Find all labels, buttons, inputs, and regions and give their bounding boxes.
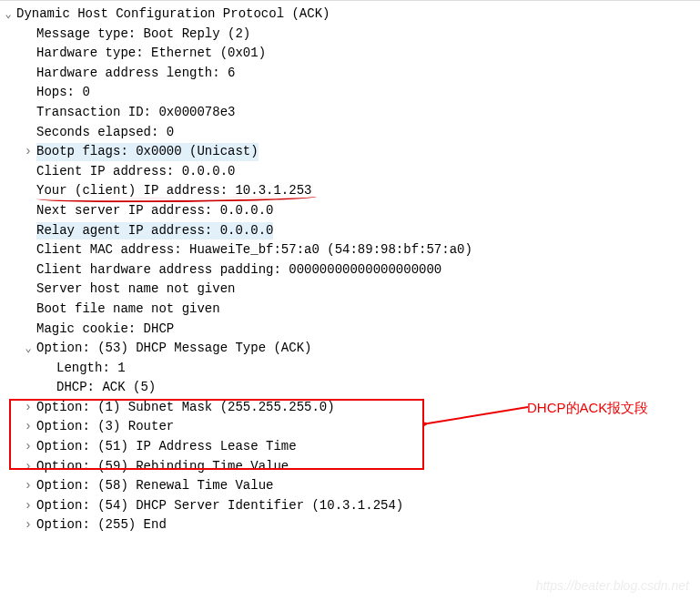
boot-file-label: Boot file name not given — [36, 300, 220, 319]
field-hw-addr-length[interactable]: Hardware address length: 6 — [0, 64, 700, 84]
option-54[interactable]: Option: (54) DHCP Server Identifier (10.… — [0, 496, 700, 516]
field-client-ip[interactable]: Client IP address: 0.0.0.0 — [0, 162, 700, 182]
hardware-type-label: Hardware type: Ethernet (0x01) — [36, 45, 266, 63]
option-53[interactable]: Option: (53) DHCP Message Type (ACK) — [0, 339, 700, 359]
option-51[interactable]: Option: (51) IP Address Lease Time — [0, 437, 700, 457]
option-59[interactable]: Option: (59) Rebinding Time Value — [0, 457, 700, 477]
relay-ip-label: Relay agent IP address: 0.0.0.0 — [36, 222, 273, 240]
next-server-label: Next server IP address: 0.0.0.0 — [36, 202, 273, 220]
field-magic-cookie[interactable]: Magic cookie: DHCP — [0, 320, 700, 340]
client-ip-label: Client IP address: 0.0.0.0 — [36, 163, 235, 181]
field-transaction-id[interactable]: Transaction ID: 0x000078e3 — [0, 103, 700, 123]
message-type-label: Message type: Boot Reply (2) — [36, 25, 250, 44]
hops-label: Hops: 0 — [36, 84, 90, 102]
field-relay-ip[interactable]: Relay agent IP address: 0.0.0.0 — [0, 221, 700, 241]
client-mac-label: Client MAC address: HuaweiTe_bf:57:a0 (5… — [36, 241, 472, 260]
field-client-mac[interactable]: Client MAC address: HuaweiTe_bf:57:a0 (5… — [0, 240, 700, 260]
option-255[interactable]: Option: (255) End — [0, 515, 700, 535]
field-padding[interactable]: Client hardware address padding: 0000000… — [0, 260, 700, 280]
field-boot-file[interactable]: Boot file name not given — [0, 300, 700, 320]
option-53-length-label: Length: 1 — [56, 360, 126, 378]
field-server-host[interactable]: Server host name not given — [0, 280, 700, 300]
option-58-label: Option: (58) Renewal Time Value — [36, 477, 273, 495]
chevron-right-icon[interactable] — [20, 438, 36, 456]
chevron-right-icon[interactable] — [20, 458, 36, 476]
root-dhcp[interactable]: Dynamic Host Configuration Protocol (ACK… — [0, 5, 700, 25]
hw-addr-len-label: Hardware address length: 6 — [36, 65, 235, 83]
padding-label: Client hardware address padding: 0000000… — [36, 261, 441, 280]
watermark: https://beater.blog.csdn.net — [536, 577, 689, 596]
bootp-flags-label: Bootp flags: 0x0000 (Unicast) — [36, 143, 259, 161]
field-next-server[interactable]: Next server IP address: 0.0.0.0 — [0, 201, 700, 221]
option-3-label: Option: (3) Router — [36, 418, 174, 436]
transaction-id-label: Transaction ID: 0x000078e3 — [36, 104, 235, 122]
chevron-right-icon[interactable] — [20, 399, 36, 417]
option-51-label: Option: (51) IP Address Lease Time — [36, 438, 297, 456]
option-1-label: Option: (1) Subnet Mask (255.255.255.0) — [36, 399, 335, 417]
chevron-right-icon[interactable] — [20, 516, 36, 535]
chevron-right-icon[interactable] — [20, 143, 36, 161]
root-label: Dynamic Host Configuration Protocol (ACK… — [16, 5, 330, 24]
magic-cookie-label: Magic cookie: DHCP — [36, 321, 174, 339]
chevron-down-icon[interactable] — [20, 341, 36, 357]
option-53-label: Option: (53) DHCP Message Type (ACK) — [36, 340, 311, 358]
chevron-right-icon[interactable] — [20, 418, 36, 436]
field-hops[interactable]: Hops: 0 — [0, 83, 700, 103]
field-hardware-type[interactable]: Hardware type: Ethernet (0x01) — [0, 44, 700, 64]
chevron-right-icon[interactable] — [20, 497, 36, 515]
option-1[interactable]: Option: (1) Subnet Mask (255.255.255.0) — [0, 398, 700, 418]
chevron-right-icon[interactable] — [20, 477, 36, 495]
option-58[interactable]: Option: (58) Renewal Time Value — [0, 476, 700, 496]
field-message-type[interactable]: Message type: Boot Reply (2) — [0, 25, 700, 45]
chevron-down-icon[interactable] — [0, 7, 16, 23]
your-ip-label: Your (client) IP address: 10.3.1.253 — [36, 182, 311, 200]
option-59-label: Option: (59) Rebinding Time Value — [36, 458, 289, 476]
field-seconds[interactable]: Seconds elapsed: 0 — [0, 123, 700, 143]
option-53-dhcp-label: DHCP: ACK (5) — [56, 379, 156, 397]
packet-tree: Dynamic Host Configuration Protocol (ACK… — [0, 1, 700, 539]
field-bootp-flags[interactable]: Bootp flags: 0x0000 (Unicast) — [0, 142, 700, 162]
seconds-label: Seconds elapsed: 0 — [36, 124, 174, 142]
option-3[interactable]: Option: (3) Router — [0, 417, 700, 437]
field-your-ip[interactable]: Your (client) IP address: 10.3.1.253 — [0, 181, 700, 201]
option-255-label: Option: (255) End — [36, 516, 167, 535]
option-53-length[interactable]: Length: 1 — [0, 359, 700, 379]
option-53-dhcp[interactable]: DHCP: ACK (5) — [0, 378, 700, 398]
option-54-label: Option: (54) DHCP Server Identifier (10.… — [36, 497, 403, 515]
server-host-label: Server host name not given — [36, 280, 235, 299]
